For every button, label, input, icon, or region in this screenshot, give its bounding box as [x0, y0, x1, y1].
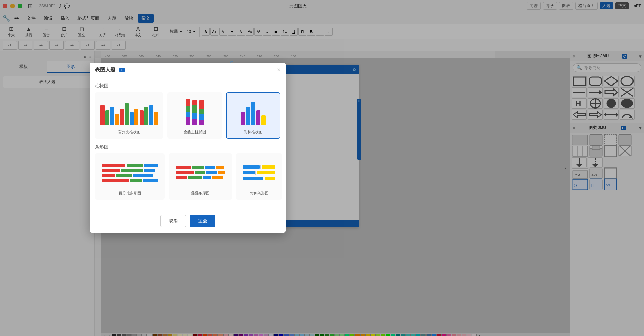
hbar-s-o1	[216, 166, 224, 169]
chart-dialog: 表图人题 C × 柱状图	[90, 63, 286, 233]
hbar-sym-b2l	[243, 171, 255, 174]
stack-seg-b3	[199, 114, 204, 120]
stack-seg-r3	[199, 100, 204, 109]
hbar-b2	[144, 169, 155, 172]
stack-bar-3	[199, 100, 204, 125]
bar-r1	[100, 105, 105, 125]
sym-left	[241, 107, 250, 125]
sym-center3	[264, 176, 264, 181]
hbar-s-g2	[195, 171, 205, 174]
bar-r3	[140, 110, 144, 125]
chart-card-hbar-percent[interactable]: 百分比条形图	[95, 153, 165, 200]
stack-seg-p	[186, 117, 190, 125]
hbar-r2	[102, 169, 120, 172]
dialog-title-area: 表图人题 C	[95, 67, 125, 73]
hbar-s-g3	[188, 176, 202, 179]
hbar-preview-percent	[99, 158, 161, 188]
hbar-preview-symmetric	[240, 158, 278, 188]
hbar-row-3	[102, 174, 158, 177]
dialog-close-btn[interactable]: ×	[277, 67, 280, 73]
chart-label-bar-stacked: 叠叠主柱状图	[171, 129, 218, 135]
dialog-footer: 取消 宝鼎	[90, 211, 286, 233]
chart-preview-bar-percent	[99, 96, 159, 127]
hbar-s-b1	[205, 166, 215, 169]
sym-bar-b1	[246, 107, 250, 125]
hbar-sym-y3r	[265, 177, 275, 180]
hbar-stacked-row-2	[176, 171, 225, 174]
hbar-s-o3	[212, 176, 223, 179]
dialog-body: 柱状图	[90, 77, 286, 211]
bar-b3	[149, 105, 153, 125]
hbar-b3	[133, 174, 153, 177]
stack-bar-2	[192, 100, 197, 125]
cancel-button[interactable]: 取消	[160, 215, 186, 227]
chart-label-hbar-stacked: 叠叠条形图	[173, 191, 228, 196]
sym-bar-b2	[251, 102, 255, 125]
stack-seg-g2	[192, 105, 197, 113]
hbar-sym-row-2	[243, 171, 275, 175]
hbar-s-r2	[176, 171, 194, 174]
hbar-b1	[144, 164, 158, 167]
chart-label-bar-percent: 百分比柱状图	[99, 129, 159, 135]
hbar-s-o2	[218, 171, 225, 174]
sym-right	[251, 102, 266, 125]
hbar-row-2	[102, 169, 158, 172]
chart-card-bar-stacked[interactable]: 叠叠主柱状图	[167, 92, 222, 139]
stack-seg-p3	[199, 120, 204, 125]
bar-group-3	[140, 105, 158, 125]
hbar-sym-row-1	[243, 165, 275, 169]
sym-center2	[255, 171, 256, 175]
bar-o1	[115, 114, 119, 125]
chart-preview-bar-stacked	[171, 96, 218, 127]
bar-chart-grid: 百分比柱状图	[95, 92, 280, 139]
hbar-g2	[121, 169, 143, 172]
hbar-s-r3	[176, 176, 187, 179]
ok-button[interactable]: 宝鼎	[190, 215, 215, 227]
hbar-row-1	[102, 164, 158, 167]
hbar-sym-b1l	[243, 165, 260, 169]
stack-bar-1	[186, 99, 190, 125]
hbar-sym-y2r	[257, 171, 275, 174]
hbar-section-title: 条形图	[95, 144, 280, 150]
sym-group	[241, 102, 266, 125]
hbar-r1	[102, 164, 125, 167]
sym-bar-p1	[241, 112, 245, 125]
hbar-g1	[127, 164, 143, 167]
stack-seg-r	[186, 99, 190, 106]
bar-o3	[154, 112, 158, 125]
dialog-title-text: 表图人题	[95, 67, 115, 73]
stack-seg-g	[186, 106, 190, 112]
chart-label-hbar-symmetric: 对称条形图	[240, 191, 278, 196]
hbar-sym-container	[243, 165, 275, 181]
bar-g1	[105, 110, 109, 125]
hbar-s-b3	[203, 176, 211, 179]
stack-seg-b2	[192, 113, 197, 119]
chart-label-hbar-percent: 百分比条形图	[99, 191, 161, 196]
bar-r2	[120, 109, 124, 125]
chart-card-bar-symmetric[interactable]: 对称柱状图	[226, 92, 280, 139]
dialog-header: 表图人题 C ×	[90, 63, 286, 77]
hbar-preview-stacked	[173, 158, 228, 188]
bar-b1	[110, 107, 114, 125]
stacked-group	[186, 99, 204, 125]
hbar-sym-row-3	[243, 176, 275, 181]
bar-g3	[144, 107, 148, 125]
bar-section-title: 柱状图	[95, 83, 280, 89]
chart-label-bar-symmetric: 对称柱状图	[230, 129, 276, 135]
bar-group-1	[100, 105, 119, 125]
hbar-chart-grid: 百分比条形图	[95, 153, 280, 200]
hbar-s-g1	[192, 166, 204, 169]
hbar-sym-y1r	[262, 165, 275, 169]
chart-card-hbar-stacked[interactable]: 叠叠条形图	[169, 153, 232, 200]
chart-card-bar-percent[interactable]: 百分比柱状图	[95, 92, 163, 139]
stack-seg-g3	[199, 109, 204, 114]
bar-group-2	[120, 103, 138, 125]
dialog-tag: C	[119, 68, 125, 72]
stack-seg-r2	[192, 100, 197, 105]
bar-o2	[134, 109, 138, 125]
hbar-s-b2	[206, 171, 217, 174]
hbar-b4	[143, 179, 158, 182]
chart-card-hbar-symmetric[interactable]: 对称条形图	[236, 153, 282, 200]
bar-g2	[125, 103, 129, 125]
hbar-s-r1	[176, 166, 191, 169]
